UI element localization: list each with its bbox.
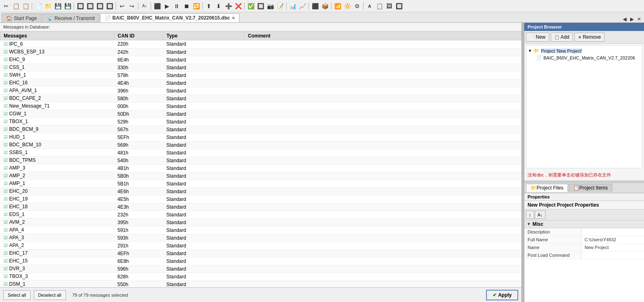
row-checkbox[interactable]: ☑: [4, 196, 8, 202]
toolbar-undo[interactable]: ↩: [118, 2, 127, 11]
table-row[interactable]: ☑TBOX_1 529h Standard: [0, 118, 521, 126]
table-row[interactable]: ☑APA_2 291h Standard: [0, 242, 521, 249]
toolbar-clip[interactable]: 📋: [375, 2, 384, 11]
table-row[interactable]: ☑AMP_2 5B0h Standard: [0, 172, 521, 180]
toolbar-open[interactable]: 📁: [44, 2, 53, 11]
toolbar-copy[interactable]: 📋: [11, 2, 20, 11]
toolbar-btn2[interactable]: 🔲: [85, 2, 94, 11]
tab-nav-next[interactable]: ▶: [629, 16, 635, 22]
col-messages[interactable]: Messages: [0, 32, 114, 40]
tree-dbc-file[interactable]: 📄 BAIC_B60V_EHC_Matrix_CAN_V2.7_202206: [528, 54, 640, 61]
prop-collapse-icon[interactable]: ▼: [527, 222, 531, 226]
table-row[interactable]: ☑EHC_16 4E4h Standard: [0, 79, 521, 87]
toolbar-cut[interactable]: ✂: [2, 2, 11, 11]
table-row[interactable]: ☑APA_3 593h Standard: [0, 234, 521, 242]
toolbar-package[interactable]: 📦: [320, 2, 329, 11]
row-checkbox[interactable]: ☑: [4, 258, 8, 264]
table-row[interactable]: ☑EHC_20 4E6h Standard: [0, 187, 521, 195]
row-checkbox[interactable]: ☑: [4, 282, 8, 287]
table-row[interactable]: ☑EHC_15 6E8h Standard: [0, 257, 521, 265]
tab-close-all[interactable]: ✕: [636, 16, 642, 22]
row-checkbox[interactable]: ☑: [4, 251, 8, 256]
row-checkbox[interactable]: ☑: [4, 189, 8, 194]
prop-az-btn[interactable]: A↓: [535, 211, 546, 219]
toolbar-notes[interactable]: 📝: [276, 2, 285, 11]
row-checkbox[interactable]: ☑: [4, 57, 8, 62]
col-canid[interactable]: CAN ID: [114, 32, 163, 40]
toolbar-down[interactable]: ⬇: [214, 2, 223, 11]
table-row[interactable]: ☑EDS_1 232h Standard: [0, 211, 521, 218]
row-checkbox[interactable]: ☑: [4, 142, 8, 148]
row-checkbox[interactable]: ☑: [4, 42, 8, 47]
toolbar-btn3[interactable]: 🔲: [95, 2, 104, 11]
tab-project-items[interactable]: 📋 Project Items: [569, 184, 612, 192]
table-row[interactable]: ☑APA_AVM_1 396h Standard: [0, 87, 521, 95]
tab-dbc[interactable]: 📄 BAIC_B60V_EHC_Matrix_CAN_V2.7_20220615…: [100, 13, 239, 22]
tab-receive[interactable]: 📡 Receive / Transmit: [42, 13, 99, 22]
toolbar-saveall[interactable]: 💾: [63, 2, 72, 11]
tab-start[interactable]: 🏠 Start Page: [2, 13, 42, 22]
toolbar-check[interactable]: ✅: [246, 2, 255, 11]
table-row[interactable]: ☑EHC_19 4E5h Standard: [0, 195, 521, 203]
row-checkbox[interactable]: ☑: [4, 235, 8, 240]
row-checkbox[interactable]: ☑: [4, 49, 8, 55]
col-comment[interactable]: Comment: [245, 32, 521, 40]
toolbar-pause[interactable]: ⏸: [172, 2, 181, 11]
toolbar-redo[interactable]: ↪: [127, 2, 136, 11]
toolbar-black[interactable]: ⬛: [153, 2, 162, 11]
table-row[interactable]: ☑SSBS_1 481h Standard: [0, 149, 521, 157]
toolbar-repeat[interactable]: 🔁: [192, 2, 201, 11]
table-row[interactable]: ☑EHC_9 6E4h Standard: [0, 56, 521, 64]
toolbar-new[interactable]: 📄: [34, 2, 43, 11]
row-checkbox[interactable]: ☑: [4, 266, 8, 271]
row-checkbox[interactable]: ☑: [4, 88, 8, 93]
row-checkbox[interactable]: ☑: [4, 80, 8, 86]
row-checkbox[interactable]: ☑: [4, 119, 8, 124]
row-checkbox[interactable]: ☑: [4, 173, 8, 179]
toolbar-bright[interactable]: 🔆: [343, 2, 352, 11]
toolbar-play[interactable]: ▶: [162, 2, 171, 11]
table-row[interactable]: ☑APA_4 591h Standard: [0, 226, 521, 234]
table-row[interactable]: ☑BDC_BCM_9 567h Standard: [0, 126, 521, 133]
table-row[interactable]: ☑EHC_17 4EFh Standard: [0, 249, 521, 257]
toolbar-box[interactable]: ⬛: [311, 2, 320, 11]
table-row[interactable]: ☑WCBS_ESP_13 242h Standard: [0, 48, 521, 56]
project-add-button[interactable]: 📋 Add: [551, 33, 573, 42]
table-row[interactable]: ☑HUD_1 5EFh Standard: [0, 133, 521, 141]
toolbar-btn4[interactable]: 🔲: [105, 2, 114, 11]
table-row[interactable]: ☑New_Message_71 000h Standard: [0, 102, 521, 110]
toolbar-grid[interactable]: 🔲: [256, 2, 265, 11]
toolbar-chart[interactable]: 📊: [288, 2, 297, 11]
tab-project-files[interactable]: 📁 Project Files: [526, 184, 568, 192]
prop-sort-btn[interactable]: ↕: [526, 211, 534, 219]
toolbar-measure[interactable]: A↕: [140, 2, 149, 11]
row-checkbox[interactable]: ☑: [4, 165, 8, 171]
toolbar-up[interactable]: ⬆: [204, 2, 213, 11]
row-checkbox[interactable]: ☑: [4, 181, 8, 186]
table-row[interactable]: ☑TBOX_3 628h Standard: [0, 273, 521, 280]
messages-table-container[interactable]: Messages CAN ID Type Comment ☑IPC_6 220h…: [0, 31, 521, 287]
table-row[interactable]: ☑BDC_BCM_10 569h Standard: [0, 141, 521, 149]
row-checkbox[interactable]: ☑: [4, 274, 8, 279]
row-checkbox[interactable]: ☑: [4, 204, 8, 209]
toolbar-graph[interactable]: 📈: [298, 2, 307, 11]
row-checkbox[interactable]: ☑: [4, 65, 8, 70]
toolbar-misc[interactable]: 🔲: [394, 2, 403, 11]
col-type[interactable]: Type: [163, 32, 245, 40]
toolbar-signal[interactable]: 📶: [333, 2, 342, 11]
deselect-all-button[interactable]: Deselect all: [34, 290, 66, 300]
toolbar-image[interactable]: 🖼: [385, 2, 394, 11]
table-row[interactable]: ☑SWH_1 579h Standard: [0, 71, 521, 79]
toolbar-add[interactable]: ➕: [224, 2, 233, 11]
project-tree[interactable]: ▼ 📁 Project 'New Project' 📄 BAIC_B60V_EH…: [526, 45, 642, 168]
toolbar-remove[interactable]: ❌: [234, 2, 243, 11]
toolbar-text[interactable]: A: [365, 2, 374, 11]
toolbar-save[interactable]: 💾: [53, 2, 62, 11]
tree-project-root[interactable]: ▼ 📁 Project 'New Project': [528, 47, 640, 54]
row-checkbox[interactable]: ☑: [4, 150, 8, 155]
toolbar-paste[interactable]: 📋: [21, 2, 30, 11]
toolbar-btn1[interactable]: 🔲: [76, 2, 85, 11]
row-checkbox[interactable]: ☑: [4, 158, 8, 163]
row-checkbox[interactable]: ☑: [4, 243, 8, 248]
row-checkbox[interactable]: ☑: [4, 227, 8, 233]
